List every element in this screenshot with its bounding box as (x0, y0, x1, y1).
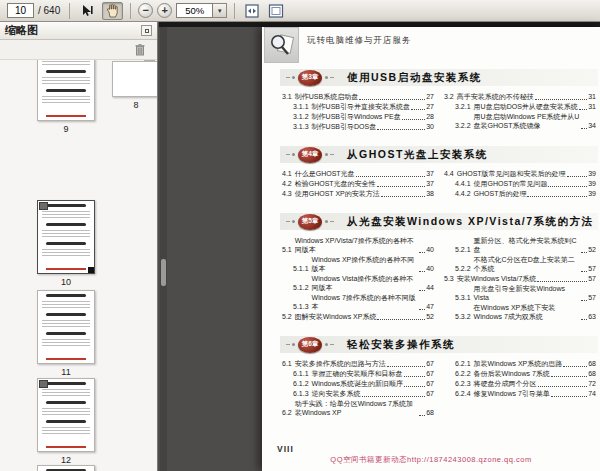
chapter-title: 使用USB启动盘安装系统 (347, 71, 482, 85)
toc-page-number: 34 (588, 121, 596, 130)
toc-entry: 4.2检验GHOST光盘的安全性37 (282, 179, 434, 188)
page-number-input[interactable] (7, 3, 34, 18)
dot-leader (551, 376, 587, 377)
dot-leader (411, 109, 425, 110)
fit-page-button[interactable] (266, 2, 286, 20)
dot-leader (377, 186, 426, 187)
toc-page-number: 27 (426, 102, 434, 111)
dot-leader (404, 386, 425, 387)
toc-entry: 4.4GHOST版常见问题和安装后的处理39 (444, 169, 596, 178)
fit-width-icon (244, 4, 260, 18)
chapter-title: 从GHOST光盘上安装系统 (347, 148, 488, 162)
toc-entry: 3.1.2制作USB引导Windows PE盘28 (282, 112, 434, 121)
heading-ornament (286, 153, 295, 156)
zoom-out-button[interactable]: − (138, 3, 153, 18)
thumbnail-page-10[interactable]: 10 (37, 200, 95, 287)
toc-entry: 6.1.2Windows系统诞生的新旧顺序67 (282, 379, 434, 388)
toc-column: 6.2.1加装Windows XP系统的思路686.2.2备份后装Windows… (444, 359, 596, 418)
chapter-columns: 3.1制作USB系统启动盘273.1.1制作USB引导并直接安装系统盘273.1… (282, 92, 596, 132)
dot-leader (567, 176, 588, 177)
fit-width-button[interactable] (242, 2, 262, 20)
document-scrollbar[interactable] (160, 27, 167, 471)
toc-page-number: 68 (588, 369, 596, 378)
toc-chapters: 第3章使用USB启动盘安装系统3.1制作USB系统启动盘273.1.1制作USB… (262, 69, 600, 418)
toc-entry: 5.1.2Windows Vista操作系统的各种不同版本44 (282, 274, 434, 292)
toc-page-number: 39 (588, 189, 596, 198)
zoom-level-combo: 50% ▾ (176, 3, 227, 18)
thumbnail-image[interactable] (37, 60, 95, 121)
toc-page-number: 52 (588, 245, 596, 254)
sidebar-scrollbar[interactable]: ▲ (144, 60, 155, 471)
select-tool-button[interactable] (77, 2, 98, 20)
document-scrollbar-thumb[interactable] (161, 259, 166, 286)
thumbnail-page-number: 9 (63, 124, 68, 134)
pdf-reader-window: / 640 − + 50% ▾ (0, 0, 600, 471)
chapter-heading: 第5章从光盘安装Windows XP/Vista/7系统的方法 (280, 213, 598, 230)
toc-column: 4.1什么是GHOST光盘374.2检验GHOST光盘的安全性374.3使用GH… (282, 169, 434, 199)
thumbnail-image[interactable] (37, 290, 95, 364)
toc-entry: 4.1什么是GHOST光盘37 (282, 169, 434, 178)
dot-leader (581, 271, 587, 272)
toolbar-separator (130, 3, 131, 19)
toc-page-number: 37 (426, 169, 434, 178)
toc-entry: 5.3.2在Windows XP系统下安装Windows 7成为双系统63 (444, 303, 596, 321)
toc-chapter: 第5章从光盘安装Windows XP/Vista/7系统的方法5.1Window… (262, 213, 600, 322)
toc-entry: 3.2.1用U盘启动DOS并从硬盘安装系统31 (444, 102, 596, 111)
toc-page-number: 67 (426, 389, 434, 398)
toc-entry: 5.2图解安装Windows XP系统52 (282, 312, 434, 321)
dot-leader (537, 281, 587, 282)
toc-page-number: 63 (588, 312, 596, 321)
toc-chapter: 第3章使用USB启动盘安装系统3.1制作USB系统启动盘273.1.1制作USB… (262, 69, 600, 132)
zoom-level-value[interactable]: 50% (176, 3, 213, 18)
thumbnail-image[interactable] (37, 465, 95, 471)
toc-entry: 6.2.4修复Windows 7引导菜单74 (444, 389, 596, 398)
thumbnail-image[interactable] (37, 378, 95, 452)
dot-leader (381, 196, 425, 197)
hand-icon (106, 4, 119, 18)
thumbnail-page-12[interactable]: 12 (37, 378, 95, 465)
hand-tool-button[interactable] (102, 2, 123, 20)
panel-close-button[interactable] (141, 25, 152, 36)
thumbnail-page-11[interactable]: 11 (37, 290, 95, 377)
document-view: 玩转电脑维修与开店服务 第3章使用USB启动盘安装系统3.1制作USB系统启动盘… (159, 22, 600, 471)
fit-page-icon (268, 4, 284, 18)
thumbnail-image[interactable] (112, 61, 157, 97)
thumbnail-page-8[interactable]: 8 (112, 61, 157, 110)
zoom-dropdown-button[interactable]: ▾ (213, 3, 227, 18)
chapter-heading: 第6章轻松安装多操作系统 (280, 336, 598, 353)
toc-page-number: 38 (426, 189, 434, 198)
thumbnail-image[interactable] (37, 200, 95, 274)
chapter-badge: 第4章 (298, 147, 322, 163)
dot-leader (387, 366, 425, 367)
dot-leader (535, 99, 587, 100)
thumbnail-page-9[interactable]: 9 (37, 60, 95, 134)
zoom-in-button[interactable]: + (157, 3, 172, 18)
toc-column: 5.2.1重新分区、格式化并安装系统到C盘525.2.2不格式化C分区在D盘上安… (444, 236, 596, 322)
toc-column: 4.4GHOST版常见问题和安装后的处理394.4.1使用GHOST的常见问题3… (444, 169, 596, 199)
dot-leader (404, 376, 426, 377)
dot-leader (538, 386, 588, 387)
trash-icon[interactable] (134, 43, 146, 56)
toc-entry: 5.1.1Windows XP操作系统的各种不同版本40 (282, 255, 434, 273)
toc-entry: 4.4.2GHOST后的处理39 (444, 189, 596, 198)
toc-entry: 6.2.1加装Windows XP系统的思路68 (444, 359, 596, 368)
toc-page-number: 57 (588, 264, 596, 273)
toc-column: 5.1Windows XP/Vista/7操作系统的各种不同版本405.1.1W… (282, 236, 434, 322)
thumbnail-page-next[interactable] (37, 465, 95, 471)
thumbnail-page-number: 12 (61, 455, 71, 465)
toc-page-number: 57 (588, 293, 596, 302)
chapter-badge: 第3章 (298, 70, 322, 86)
dot-leader (581, 252, 587, 253)
thumbnail-page-number: 8 (133, 100, 138, 110)
document-page: 玩转电脑维修与开店服务 第3章使用USB启动盘安装系统3.1制作USB系统启动盘… (262, 27, 600, 471)
dot-leader (581, 300, 587, 301)
page-total-label: / 640 (38, 5, 60, 16)
toc-page-number: 39 (588, 179, 596, 188)
chapter-columns: 6.1安装多操作系统的思路与方法676.1.1掌握正确的安装顺序和目标盘676.… (282, 359, 596, 418)
thumbnail-page-number: 11 (61, 367, 70, 377)
chapter-heading: 第3章使用USB启动盘安装系统 (280, 69, 598, 86)
dot-leader (419, 415, 425, 416)
toc-entry: 5.1Windows XP/Vista/7操作系统的各种不同版本40 (282, 236, 434, 254)
toc-page-number: 44 (426, 283, 434, 292)
toc-column: 6.1安装多操作系统的思路与方法676.1.1掌握正确的安装顺序和目标盘676.… (282, 359, 434, 418)
